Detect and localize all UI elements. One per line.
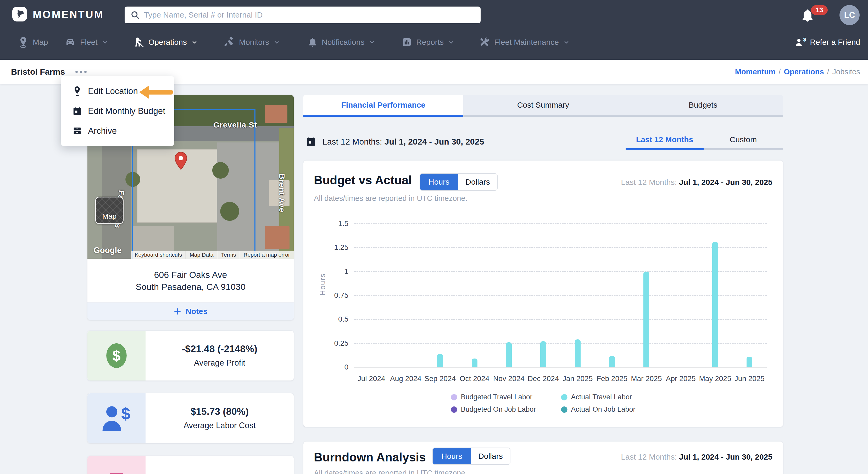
- stat-card-average-profit: $ -$21.48 (-2148%) Average Profit: [87, 331, 294, 381]
- address-line-2: South Pasadena, CA 91030: [87, 281, 294, 293]
- map-footer-link[interactable]: Keyboard shortcuts: [131, 250, 186, 259]
- nav-item-reports[interactable]: Reports: [401, 32, 455, 52]
- x-axis-tick: Sep 2024: [423, 375, 457, 383]
- notes-label: Notes: [186, 307, 207, 316]
- date-range-value: Jul 1, 2024 - Jun 30, 2025: [384, 137, 484, 146]
- add-notes-button[interactable]: Notes: [87, 302, 294, 320]
- breadcrumb-link-momentum[interactable]: Momentum: [735, 67, 776, 76]
- nav-item-operations[interactable]: Operations: [133, 32, 198, 52]
- x-axis-baseline: [354, 367, 767, 367]
- notification-count-badge: 13: [811, 5, 828, 15]
- map-footer-link[interactable]: Report a map error: [240, 250, 294, 259]
- nav-item-fleet[interactable]: Fleet: [64, 32, 108, 52]
- chart-gridline: [354, 319, 767, 320]
- map-marker-pin[interactable]: [172, 151, 190, 173]
- archive-box-icon: [72, 126, 82, 136]
- user-avatar[interactable]: LC: [839, 5, 860, 25]
- tools-icon: [479, 36, 490, 48]
- nav-item-fleet-maintenance[interactable]: Fleet Maintenance: [479, 32, 569, 52]
- range-tab-last-12-months[interactable]: Last 12 Months: [626, 131, 704, 148]
- range-tab-active-underline: [626, 148, 704, 150]
- nav-label: Map: [33, 38, 48, 47]
- stat-value: -$21.48 (-2148%): [182, 344, 257, 355]
- x-axis-tick: Aug 2024: [389, 375, 423, 383]
- chart-bar: [506, 342, 512, 367]
- global-search: [125, 6, 480, 23]
- toggle-hours-button[interactable]: Hours: [432, 448, 471, 465]
- tab-financial-performance[interactable]: Financial Performance: [303, 95, 463, 117]
- momentum-logo[interactable]: [12, 7, 27, 22]
- menu-item-edit-monthly-budget[interactable]: Edit Monthly Budget: [61, 101, 174, 121]
- menu-item-archive[interactable]: Archive: [61, 121, 174, 141]
- x-axis-tick: Feb 2025: [595, 375, 629, 383]
- y-axis-tick: 0.25: [329, 339, 348, 348]
- chevron-down-icon: [369, 39, 375, 45]
- legend-label: Budgeted Travel Labor: [461, 393, 532, 401]
- breadcrumb-link-operations[interactable]: Operations: [784, 67, 824, 76]
- chevron-down-icon: [448, 39, 455, 45]
- menu-item-edit-location[interactable]: Edit Location: [61, 81, 174, 101]
- svg-text:$: $: [121, 405, 130, 423]
- chart-bar: [609, 356, 615, 367]
- range-tab-custom[interactable]: Custom: [704, 131, 783, 148]
- chart-bar: [712, 242, 718, 367]
- unit-toggle: Hours Dollars: [432, 448, 510, 465]
- burndown-title: Burndown Analysis: [314, 450, 426, 464]
- legend-dot: [451, 407, 457, 413]
- more-options-button[interactable]: [73, 68, 89, 76]
- google-watermark[interactable]: Google: [94, 246, 122, 255]
- tab-budgets[interactable]: Budgets: [623, 95, 783, 117]
- breadcrumb-separator: /: [827, 67, 829, 76]
- nav-label: Notifications: [322, 38, 364, 47]
- chart-bar: [747, 357, 752, 367]
- map-footer-link[interactable]: Terms: [217, 250, 240, 259]
- nav-item-notifications[interactable]: Notifications: [307, 32, 375, 52]
- map-footer-link[interactable]: Map Data: [186, 250, 217, 259]
- breadcrumb: Momentum / Operations / Jobsites: [735, 67, 860, 76]
- bell-icon: [307, 36, 318, 48]
- chevron-down-icon: [274, 39, 280, 45]
- period-summary: Last 12 Months: Jul 1, 2024 - Jun 30, 20…: [621, 452, 772, 462]
- chart-bar: [643, 272, 649, 367]
- bar-chart-icon: [401, 37, 412, 48]
- stat-icon-panel: $: [87, 331, 146, 381]
- svg-text:$: $: [112, 347, 121, 364]
- date-range-summary: Last 12 Months: Jul 1, 2024 - Jun 30, 20…: [322, 137, 484, 147]
- search-input[interactable]: [144, 10, 475, 19]
- x-axis-tick: Jul 2024: [354, 375, 389, 383]
- satellite-icon: [223, 36, 235, 48]
- budget-vs-actual-chart: Hours 00.250.50.7511.251.5Jul 2024Aug 20…: [303, 160, 783, 427]
- tab-cost-summary[interactable]: Cost Summary: [463, 95, 623, 117]
- range-tabs: Last 12 Months Custom: [626, 131, 783, 152]
- chart-bar: [472, 358, 477, 367]
- y-axis-tick: 0.5: [329, 315, 348, 323]
- map-type-toggle-button[interactable]: Map: [95, 197, 124, 224]
- nav-label: Fleet: [80, 38, 98, 47]
- notifications-bell-button[interactable]: 13: [801, 7, 829, 28]
- toggle-dollars-button[interactable]: Dollars: [471, 448, 510, 464]
- legend-item: Budgeted On Job Labor: [451, 405, 536, 414]
- breadcrumb-separator: /: [778, 67, 781, 76]
- nav-item-monitors[interactable]: Monitors: [223, 32, 280, 52]
- range-tab-underline: [704, 148, 783, 150]
- chevron-down-icon: [563, 39, 569, 45]
- chart-bar: [575, 339, 581, 367]
- x-axis-tick: Oct 2024: [457, 375, 492, 383]
- location-pin-icon: [72, 85, 82, 97]
- date-filter-row: Last 12 Months: Jul 1, 2024 - Jun 30, 20…: [303, 131, 783, 160]
- x-axis-tick: Jun 2025: [733, 375, 767, 383]
- stat-label: Average Profit: [194, 358, 245, 368]
- jobsite-context-menu: Edit Location Edit Monthly Budget Archiv…: [61, 76, 174, 146]
- legend-label: Budgeted On Job Labor: [461, 405, 536, 414]
- calendar-icon: [72, 106, 82, 116]
- refer-a-friend-button[interactable]: $ Refer a Friend: [794, 32, 860, 52]
- y-axis-tick: 0: [329, 363, 348, 371]
- person-dollar-icon: $: [101, 405, 132, 431]
- nav-label: Reports: [416, 38, 444, 47]
- truck-dollar-icon: $: [103, 471, 130, 474]
- x-axis-tick: Apr 2025: [663, 375, 698, 383]
- street-label-brent: Brent Ave: [277, 174, 286, 212]
- construction-worker-icon: [133, 36, 145, 48]
- nav-item-map[interactable]: Map: [18, 32, 48, 52]
- chart-legend: Budgeted Travel LaborActual Travel Labor…: [451, 393, 636, 414]
